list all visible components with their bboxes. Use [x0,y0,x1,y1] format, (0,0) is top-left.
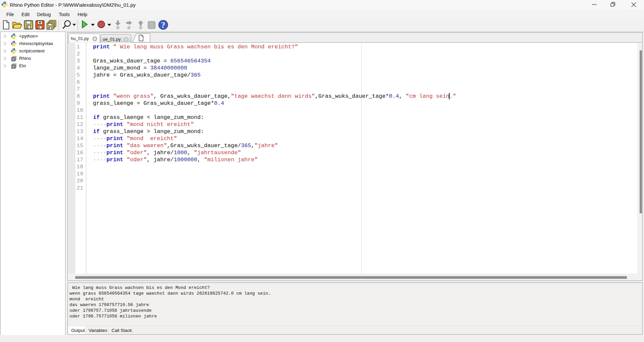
svg-text:?: ? [161,20,166,30]
